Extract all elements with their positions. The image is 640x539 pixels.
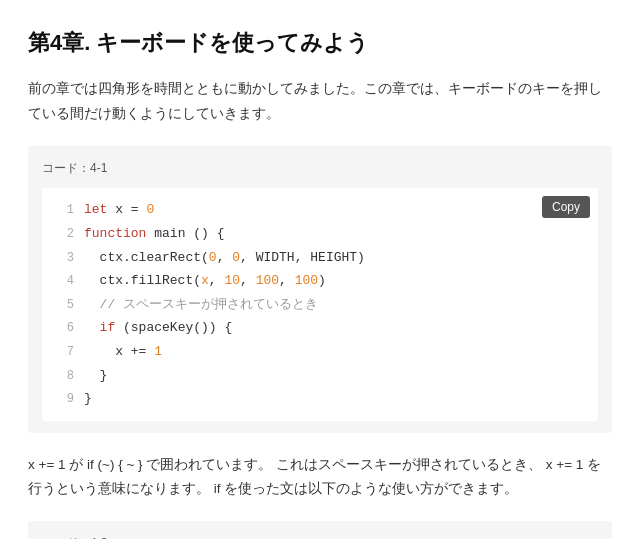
code-line: 9 }	[56, 387, 584, 411]
line-number: 9	[56, 389, 74, 411]
middle-text: x += 1 が if (~) { ~ } で囲われています。 これはスペースキ…	[28, 453, 612, 502]
code-label-2: コード：4-2	[42, 533, 598, 539]
line-number: 1	[56, 200, 74, 222]
page-title: 第4章. キーボードを使ってみよう	[28, 24, 612, 61]
code-block-1: コード：4-1 Copy 1 let x = 0 2 function main…	[28, 146, 612, 433]
code-line: 5 // スペースキーが押されているとき	[56, 293, 584, 317]
code-area-1: Copy 1 let x = 0 2 function main () { 3 …	[42, 188, 598, 420]
code-line: 1 let x = 0	[56, 198, 584, 222]
code-line: 7 x += 1	[56, 340, 584, 364]
code-text: // スペースキーが押されているとき	[84, 293, 318, 316]
code-text: }	[84, 387, 92, 410]
code-line: 2 function main () {	[56, 222, 584, 246]
copy-button-1[interactable]: Copy	[542, 196, 590, 218]
line-number: 3	[56, 248, 74, 270]
code-label-1: コード：4-1	[42, 158, 598, 178]
line-number: 7	[56, 342, 74, 364]
line-number: 6	[56, 318, 74, 340]
line-number: 4	[56, 271, 74, 293]
code-text: let x = 0	[84, 198, 154, 221]
code-text: ctx.clearRect(0, 0, WIDTH, HEIGHT)	[84, 246, 365, 269]
code-block-2: コード：4-2 Copy 1 if (はい/いいえで答えられる質問）{ 2 質問…	[28, 521, 612, 539]
code-text: function main () {	[84, 222, 224, 245]
code-line: 3 ctx.clearRect(0, 0, WIDTH, HEIGHT)	[56, 246, 584, 270]
line-number: 5	[56, 295, 74, 317]
code-line: 4 ctx.fillRect(x, 10, 100, 100)	[56, 269, 584, 293]
line-number: 2	[56, 224, 74, 246]
code-line: 6 if (spaceKey()) {	[56, 316, 584, 340]
intro-text: 前の章では四角形を時間とともに動かしてみました。この章では、キーボードのキーを押…	[28, 77, 612, 126]
code-text: ctx.fillRect(x, 10, 100, 100)	[84, 269, 326, 292]
code-line: 8 }	[56, 364, 584, 388]
code-text: }	[84, 364, 107, 387]
code-text: if (spaceKey()) {	[84, 316, 232, 339]
line-number: 8	[56, 366, 74, 388]
code-text: x += 1	[84, 340, 162, 363]
